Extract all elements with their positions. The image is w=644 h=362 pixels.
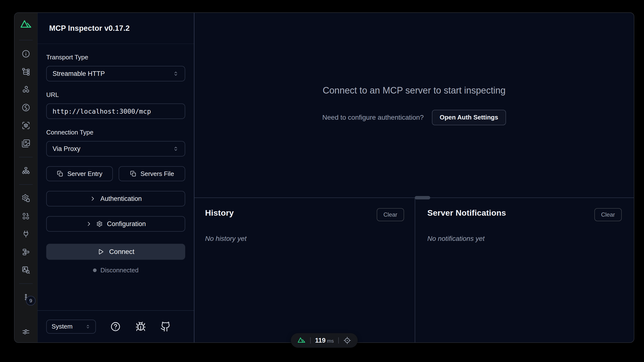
footer-icons (96, 321, 185, 332)
theme-select[interactable]: System (46, 320, 96, 334)
play-icon (97, 248, 104, 255)
connection-type-label: Connection Type (46, 129, 185, 136)
mcp-logo-icon (297, 336, 306, 345)
authentication-toggle[interactable]: Authentication (46, 191, 185, 206)
split-drag-handle[interactable] (415, 196, 430, 199)
connection-form: Transport Type Streamable HTTP URL Conne… (38, 44, 194, 310)
rail-divider (19, 157, 33, 157)
gear-icon (96, 221, 103, 227)
configuration-toggle[interactable]: Configuration (46, 216, 185, 232)
history-clear-button[interactable]: Clear (377, 208, 404, 221)
auth-prompt: Need to configure authentication? (322, 114, 424, 121)
theme-value: System (52, 323, 73, 330)
sliders-icon[interactable] (22, 327, 30, 336)
open-auth-settings-button[interactable]: Open Auth Settings (432, 110, 506, 125)
rail-divider (19, 283, 33, 284)
copy-icon (57, 170, 64, 177)
connection-status: Disconnected (46, 266, 185, 274)
empty-state: Connect to an MCP server to start inspec… (194, 13, 634, 197)
app-title: MCP Inspector v0.17.2 (49, 24, 130, 33)
more-vertical-icon[interactable]: 9 (22, 293, 30, 302)
transport-type-select[interactable]: Streamable HTTP (46, 66, 185, 81)
servers-file-button[interactable]: Servers File (119, 166, 185, 181)
sitemap-icon[interactable] (22, 166, 30, 175)
server-entry-label: Server Entry (67, 170, 102, 178)
locate-target-icon[interactable] (343, 336, 351, 344)
transport-type-label: Transport Type (46, 54, 185, 61)
bug-icon[interactable] (135, 321, 146, 332)
url-input-wrap (46, 104, 185, 119)
panel-header: MCP Inspector v0.17.2 (38, 13, 194, 44)
latency-readout: 119 ms (315, 337, 334, 344)
status-dot (93, 268, 96, 272)
connection-type-select[interactable]: Via Proxy (46, 141, 185, 157)
configuration-label: Configuration (107, 220, 146, 228)
auth-row: Need to configure authentication? Open A… (322, 110, 506, 125)
chevrons-up-down-icon (172, 71, 179, 77)
connection-panel: MCP Inspector v0.17.2 Transport Type Str… (38, 13, 194, 342)
info-icon[interactable] (22, 50, 30, 58)
status-text: Disconnected (100, 266, 139, 274)
blocks-icon[interactable] (22, 248, 30, 256)
cog-icon[interactable] (22, 194, 30, 203)
chevrons-up-down-icon (172, 146, 179, 152)
notifications-clear-button[interactable]: Clear (594, 208, 622, 221)
history-panel: History Clear No history yet (194, 198, 415, 342)
latency-status-pill: 119 ms (291, 333, 358, 348)
servers-file-label: Servers File (140, 170, 174, 178)
workflow-tree-icon[interactable] (22, 67, 30, 76)
mcp-logo-icon (20, 18, 32, 31)
main-area: Connect to an MCP server to start inspec… (194, 13, 634, 342)
latency-value: 119 (315, 337, 326, 344)
images-icon[interactable] (22, 139, 30, 148)
server-notifications-title: Server Notifications (427, 208, 506, 218)
image-search-icon[interactable] (22, 266, 30, 274)
panel-footer: System (38, 310, 194, 342)
app-window: 9 MCP Inspector v0.17.2 Transport Type S… (14, 12, 634, 343)
connect-label: Connect (109, 248, 134, 256)
rail-divider (19, 184, 33, 185)
rail-divider (19, 40, 33, 40)
server-notifications-panel: Server Notifications Clear No notificati… (415, 198, 634, 342)
binary-icon[interactable] (22, 212, 30, 220)
chevron-right-icon (90, 196, 96, 202)
transport-type-value: Streamable HTTP (52, 70, 105, 78)
empty-state-title: Connect to an MCP server to start inspec… (323, 85, 506, 96)
authentication-label: Authentication (100, 195, 142, 203)
github-icon[interactable] (160, 321, 171, 332)
box-scan-icon[interactable] (22, 121, 30, 130)
horizontal-split-divider (194, 197, 634, 198)
pill-separator (338, 337, 339, 343)
history-empty-text: No history yet (205, 235, 404, 243)
url-label: URL (46, 91, 185, 99)
bottom-panels: History Clear No history yet Server Noti… (194, 198, 634, 342)
copy-icon (130, 170, 136, 177)
icon-rail: 9 (14, 13, 38, 342)
swirl-icon[interactable] (22, 103, 30, 112)
pill-separator (310, 337, 310, 343)
help-icon[interactable] (110, 321, 121, 332)
notifications-empty-text: No notifications yet (427, 235, 622, 243)
rail-badge-count[interactable]: 9 (26, 296, 36, 305)
history-title: History (205, 208, 234, 218)
plug-icon[interactable] (22, 230, 30, 238)
latency-unit: ms (327, 338, 334, 344)
url-input[interactable] (52, 108, 179, 115)
chevrons-up-down-icon (85, 324, 90, 329)
connection-type-value: Via Proxy (52, 145, 80, 153)
chevron-right-icon (86, 221, 92, 227)
hexagons-icon[interactable] (22, 85, 30, 94)
connect-button[interactable]: Connect (46, 244, 185, 260)
server-entry-button[interactable]: Server Entry (46, 166, 113, 181)
